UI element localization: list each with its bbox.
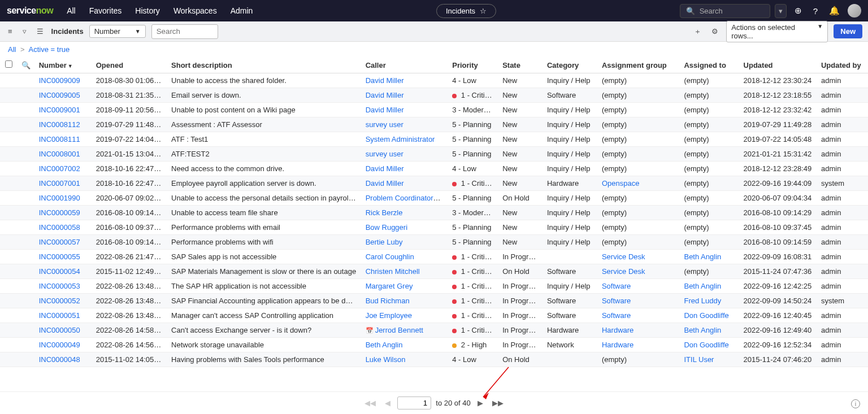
cell-number[interactable]: INC0008112 (34, 117, 92, 132)
field-dropdown[interactable]: Number ▼ (89, 25, 146, 38)
search-dropdown[interactable]: ▾ (775, 4, 787, 18)
nav-pill-incidents[interactable]: Incidents ☆ (436, 4, 496, 18)
caller-link[interactable]: System Administrator (366, 135, 435, 143)
cell-assigned[interactable]: (empty) (679, 132, 739, 147)
number-link[interactable]: INC0000053 (39, 282, 80, 290)
row-search[interactable] (17, 338, 34, 352)
group-link[interactable]: Openspace (602, 179, 640, 188)
breadcrumb-all[interactable]: All (8, 45, 16, 54)
assigned-link[interactable]: Beth Anglin (684, 282, 721, 290)
col-state[interactable]: State (498, 57, 542, 73)
col-updatedby[interactable]: Updated by (817, 57, 868, 73)
cell-caller[interactable]: David Miller (361, 162, 448, 176)
avatar[interactable] (848, 4, 861, 18)
table-row[interactable]: INC0000052 2022-08-26 13:48:40 SAP Finan… (0, 294, 868, 308)
info-icon[interactable]: i (851, 399, 860, 408)
number-link[interactable]: INC0000059 (39, 208, 80, 217)
cell-number[interactable]: INC0000049 (34, 338, 92, 352)
cell-number[interactable]: INC0008111 (34, 132, 92, 147)
breadcrumb-filter[interactable]: Active = true (29, 45, 70, 54)
cell-assigned[interactable]: ITIL User (679, 352, 739, 367)
row-search[interactable] (17, 132, 34, 147)
cell-group[interactable]: (empty) (597, 235, 680, 250)
table-row[interactable]: INC0000057 2016-08-10 09:14:59 Performan… (0, 235, 868, 250)
new-button[interactable]: New (834, 24, 862, 38)
cell-assigned[interactable]: (empty) (679, 191, 739, 206)
cell-caller[interactable]: Christen Mitchell (361, 264, 448, 279)
first-page-icon[interactable]: ◀◀ (362, 399, 378, 407)
caller-link[interactable]: David Miller (366, 91, 404, 99)
cell-caller[interactable]: Bow Ruggeri (361, 220, 448, 235)
caller-link[interactable]: Bertie Luby (366, 238, 403, 246)
cell-caller[interactable]: David Miller (361, 103, 448, 117)
group-link[interactable]: Software (602, 311, 631, 320)
cell-group[interactable]: Service Desk (597, 250, 680, 264)
cell-number[interactable]: INC0000054 (34, 264, 92, 279)
cell-caller[interactable]: David Miller (361, 73, 448, 88)
cell-assigned[interactable]: Beth Anglin (679, 323, 739, 338)
row-select[interactable] (0, 220, 17, 235)
cell-assigned[interactable]: Beth Anglin (679, 250, 739, 264)
cell-assigned[interactable]: (empty) (679, 220, 739, 235)
cell-group[interactable]: (empty) (597, 147, 680, 162)
table-row[interactable]: INC0000050 2022-08-26 14:58:24 Can't acc… (0, 323, 868, 338)
cell-number[interactable]: INC0000057 (34, 235, 92, 250)
row-search[interactable] (17, 176, 34, 191)
activity-icon[interactable]: ☰ (34, 27, 46, 36)
cell-number[interactable]: INC0000050 (34, 323, 92, 338)
cell-caller[interactable]: Problem CoordinatorATF (361, 191, 448, 206)
group-link[interactable]: Hardware (602, 341, 633, 349)
cell-group[interactable]: (empty) (597, 73, 680, 88)
col-search-icon[interactable]: 🔍 (17, 57, 34, 73)
cell-number[interactable]: INC0000051 (34, 308, 92, 323)
table-row[interactable]: INC0009009 2018-08-30 01:06:16 Unable to… (0, 73, 868, 88)
number-link[interactable]: INC0008112 (39, 120, 80, 129)
cell-caller[interactable]: Carol Coughlin (361, 250, 448, 264)
cell-number[interactable]: INC0007001 (34, 176, 92, 191)
number-link[interactable]: INC0008111 (39, 135, 80, 143)
caller-link[interactable]: David Miller (366, 179, 404, 188)
caller-link[interactable]: David Miller (366, 164, 404, 173)
caller-link[interactable]: David Miller (366, 76, 404, 85)
globe-icon[interactable]: ⊕ (791, 6, 805, 16)
col-number[interactable]: Number▼ (34, 57, 92, 73)
row-search[interactable] (17, 294, 34, 308)
cell-caller[interactable]: Rick Berzle (361, 206, 448, 220)
cell-caller[interactable]: System Administrator (361, 132, 448, 147)
row-select[interactable] (0, 162, 17, 176)
caller-link[interactable]: Luke Wilson (366, 355, 406, 364)
number-link[interactable]: INC0000050 (39, 326, 80, 334)
cell-group[interactable]: (empty) (597, 162, 680, 176)
cell-number[interactable]: INC0000053 (34, 279, 92, 294)
cell-group[interactable]: (empty) (597, 103, 680, 117)
cell-group[interactable]: Software (597, 294, 680, 308)
global-search[interactable]: 🔍 Search (680, 4, 770, 18)
table-row[interactable]: INC0000058 2016-08-10 09:37:45 Performan… (0, 220, 868, 235)
logo[interactable]: servicenow (7, 6, 53, 16)
cell-caller[interactable]: Beth Anglin (361, 338, 448, 352)
filter-icon[interactable]: ▿ (20, 27, 29, 36)
row-select[interactable] (0, 338, 17, 352)
cell-group[interactable]: (empty) (597, 88, 680, 103)
number-link[interactable]: INC0009001 (39, 106, 80, 114)
cell-assigned[interactable]: (empty) (679, 73, 739, 88)
row-select[interactable] (0, 132, 17, 147)
cell-group[interactable]: (empty) (597, 206, 680, 220)
cell-assigned[interactable]: Fred Luddy (679, 294, 739, 308)
row-select[interactable] (0, 264, 17, 279)
number-link[interactable]: INC0000057 (39, 238, 80, 246)
row-select[interactable] (0, 176, 17, 191)
table-row[interactable]: INC0008111 2019-07-22 14:04:57 ATF : Tes… (0, 132, 868, 147)
caller-link[interactable]: survey user (366, 150, 403, 158)
cell-caller[interactable]: Margaret Grey (361, 279, 448, 294)
cell-number[interactable]: INC0009009 (34, 73, 92, 88)
cell-group[interactable]: (empty) (597, 191, 680, 206)
select-all-col[interactable] (0, 57, 17, 73)
table-row[interactable]: INC0000054 2015-11-02 12:49:08 SAP Mater… (0, 264, 868, 279)
table-row[interactable]: INC0000049 2022-08-26 14:56:37 Network s… (0, 338, 868, 352)
nav-history[interactable]: History (135, 6, 160, 15)
number-link[interactable]: INC0000052 (39, 297, 80, 305)
settings-icon[interactable]: ⚙ (709, 27, 721, 36)
number-link[interactable]: INC0007002 (39, 164, 80, 173)
cell-assigned[interactable]: (empty) (679, 235, 739, 250)
